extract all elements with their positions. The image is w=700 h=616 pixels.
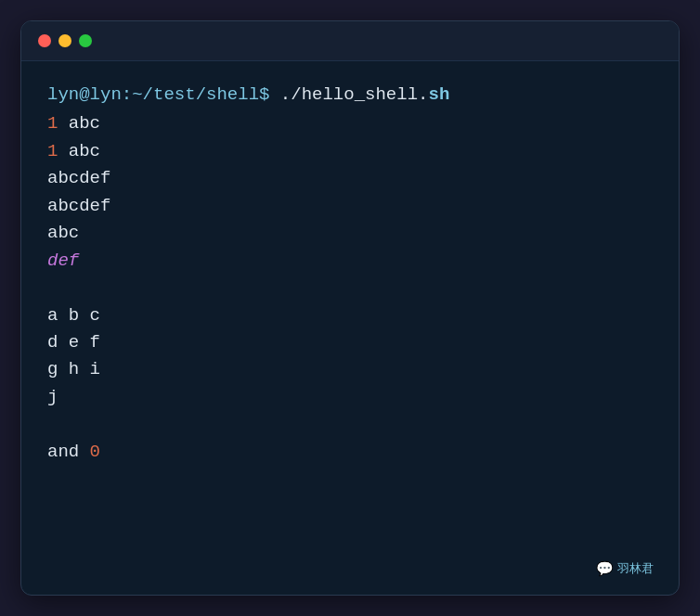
prompt-ext: sh [428, 84, 449, 105]
output-line-1: 1 abc [47, 110, 653, 137]
and-text: and [47, 442, 90, 462]
output-line-4: abcdef [47, 193, 653, 220]
and-number: 0 [90, 442, 100, 462]
output-line-3: abcdef [47, 165, 653, 192]
prompt-cmd: ./hello_shell. [269, 84, 428, 105]
watermark: 💬 羽林君 [596, 560, 654, 577]
line-text-8: d e f [47, 332, 100, 353]
title-bar [21, 21, 679, 61]
watermark-label: 羽林君 [617, 560, 654, 577]
output-line-2: 1 abc [47, 138, 653, 165]
line-text-2: abc [58, 141, 100, 161]
watermark-icon: 💬 [596, 560, 614, 577]
output-line-6: def [47, 248, 653, 275]
output-line-7: a b c [47, 302, 653, 329]
prompt-line: lyn@lyn:~/test/shell$ ./hello_shell.sh [47, 82, 653, 109]
line-def: def [47, 250, 79, 271]
output-line-5: abc [47, 220, 653, 247]
close-button[interactable] [38, 34, 51, 47]
maximize-button[interactable] [79, 34, 92, 47]
line-number-2: 1 [47, 141, 58, 161]
line-text-9: g h i [47, 359, 100, 379]
prompt-user: lyn@lyn:~/test/shell$ [47, 84, 269, 105]
minimize-button[interactable] [58, 34, 71, 47]
line-text-5: abc [47, 223, 79, 243]
line-text-7: a b c [47, 305, 100, 326]
line-text-10: j [47, 387, 58, 407]
blank-2 [47, 411, 653, 438]
output-line-and: and 0 [47, 439, 653, 466]
blank-1 [47, 275, 653, 302]
output-line-8: d e f [47, 329, 653, 356]
line-text-4: abcdef [47, 196, 110, 216]
line-text-3: abcdef [47, 168, 110, 188]
output-line-10: j [47, 384, 653, 411]
output-line-9: g h i [47, 356, 653, 383]
line-text-1: abc [58, 113, 100, 134]
terminal-body: lyn@lyn:~/test/shell$ ./hello_shell.sh 1… [21, 61, 679, 486]
line-number-1: 1 [47, 113, 58, 134]
terminal-window: lyn@lyn:~/test/shell$ ./hello_shell.sh 1… [20, 20, 680, 596]
